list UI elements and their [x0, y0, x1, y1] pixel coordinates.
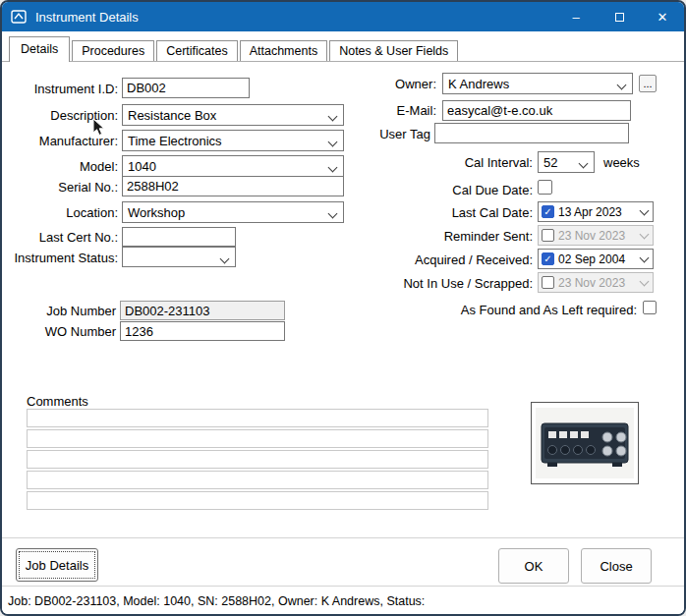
manufacturer-value: Time Electronics: [128, 134, 222, 148]
tab-notes-user-fields[interactable]: Notes & User Fields: [329, 40, 458, 61]
not-in-use-checkbox[interactable]: [542, 276, 554, 289]
job-number-input: [120, 301, 285, 320]
tab-details[interactable]: Details: [9, 36, 70, 62]
serial-no-label: Serial No.:: [10, 180, 118, 195]
model-value: 1040: [128, 159, 156, 174]
location-value: Workshop: [128, 205, 185, 220]
not-in-use-picker[interactable]: 23 Nov 2023: [538, 272, 654, 293]
status-bar: Job: DB002-231103, Model: 1040, SN: 2588…: [2, 588, 684, 614]
cal-due-date-checkbox[interactable]: [538, 180, 552, 195]
location-label: Location:: [10, 205, 118, 220]
chevron-down-icon: [617, 81, 627, 90]
tab-bar: Details Procedures Certificates Attachme…: [2, 34, 684, 62]
close-icon: ✕: [657, 10, 668, 25]
divider: [2, 537, 684, 538]
comment-line[interactable]: [27, 471, 488, 489]
last-cert-no-input[interactable]: [122, 227, 236, 247]
as-found-label: As Found and As Left required:: [395, 303, 637, 317]
close-button[interactable]: ✕: [641, 2, 684, 31]
description-combo[interactable]: Resistance Box: [122, 104, 344, 126]
minimize-icon: –: [572, 10, 579, 25]
chevron-down-icon: [579, 159, 589, 169]
comment-line[interactable]: [27, 409, 488, 427]
reminder-sent-picker[interactable]: 23 Nov 2023: [538, 225, 654, 246]
job-number-label: Job Number: [10, 304, 116, 318]
window-controls: – ✕: [554, 2, 684, 31]
maximize-icon: [615, 13, 624, 22]
instrument-photo: [531, 402, 639, 484]
instrument-status-label: Instrument Status:: [10, 251, 118, 265]
ok-button[interactable]: OK: [498, 548, 569, 584]
comments-label: Comments: [27, 394, 88, 409]
serial-no-input[interactable]: [122, 176, 344, 196]
acquired-received-value: 02 Sep 2004: [558, 252, 637, 266]
model-label: Model:: [10, 159, 118, 174]
titlebar[interactable]: Instrument Details – ✕: [2, 2, 684, 31]
instrument-id-input[interactable]: [122, 78, 250, 98]
location-combo[interactable]: Workshop: [122, 201, 344, 223]
user-tag-label: User Tag: [324, 127, 430, 141]
reminder-sent-checkbox[interactable]: [542, 229, 554, 242]
user-tag-input[interactable]: [434, 123, 629, 143]
chevron-down-icon: [640, 277, 650, 287]
chevron-down-icon: [640, 206, 650, 216]
acquired-received-label: Acquired / Received:: [385, 252, 533, 267]
tab-certificates[interactable]: Certificates: [156, 40, 238, 61]
reminder-sent-label: Reminder Sent:: [385, 229, 533, 244]
model-combo[interactable]: 1040: [122, 155, 344, 177]
divider: [2, 586, 684, 587]
comment-line[interactable]: [27, 450, 488, 469]
chevron-down-icon: [640, 230, 650, 240]
chevron-down-icon: [640, 253, 650, 263]
instrument-id-label: Instrument I.D:: [10, 82, 118, 96]
description-value: Resistance Box: [128, 108, 216, 123]
status-text: Job: DB002-231103, Model: 1040, SN: 2588…: [8, 594, 425, 608]
last-cal-date-picker[interactable]: ✓ 13 Apr 2023: [538, 201, 654, 222]
chevron-down-icon: [328, 209, 338, 219]
tab-attachments[interactable]: Attachments: [240, 40, 327, 61]
owner-browse-button[interactable]: ...: [639, 75, 657, 92]
cal-interval-combo[interactable]: 52: [538, 151, 595, 173]
owner-combo[interactable]: K Andrews: [442, 73, 633, 94]
last-cal-date-value: 13 Apr 2023: [558, 205, 637, 219]
cal-interval-label: Cal Interval:: [385, 155, 533, 170]
chevron-down-icon: [220, 254, 230, 264]
resistance-box-image: [536, 408, 634, 478]
window-title: Instrument Details: [35, 10, 139, 25]
job-details-button[interactable]: Job Details: [16, 548, 98, 582]
manufacturer-label: Manufacturer:: [10, 134, 118, 148]
chevron-down-icon: [328, 163, 338, 173]
not-in-use-label: Not In Use / Scrapped:: [385, 276, 533, 291]
last-cal-date-label: Last Cal Date:: [385, 205, 533, 220]
cal-interval-value: 52: [543, 155, 557, 170]
comment-line[interactable]: [27, 491, 488, 510]
owner-value: K Andrews: [448, 77, 509, 91]
app-icon: [10, 8, 28, 26]
email-label: E-Mail:: [326, 103, 436, 118]
not-in-use-value: 23 Nov 2023: [558, 276, 637, 290]
last-cert-no-label: Last Cert No.:: [10, 230, 118, 245]
as-found-checkbox[interactable]: [643, 301, 657, 314]
description-label: Description:: [10, 108, 118, 123]
instrument-status-combo[interactable]: [122, 247, 236, 267]
manufacturer-combo[interactable]: Time Electronics: [122, 130, 344, 151]
last-cal-date-checkbox[interactable]: ✓: [542, 205, 554, 218]
close-dialog-button[interactable]: Close: [581, 548, 652, 584]
wo-number-input[interactable]: [120, 321, 285, 341]
reminder-sent-value: 23 Nov 2023: [558, 229, 637, 243]
minimize-button[interactable]: –: [554, 2, 598, 31]
comment-line[interactable]: [27, 429, 488, 448]
cal-due-date-label: Cal Due Date:: [385, 183, 533, 197]
tab-procedures[interactable]: Procedures: [72, 40, 154, 61]
cal-interval-units: weeks: [603, 155, 640, 170]
email-input[interactable]: [442, 100, 631, 121]
maximize-button[interactable]: [598, 2, 641, 31]
acquired-received-checkbox[interactable]: ✓: [542, 252, 554, 265]
check-icon: ✓: [543, 254, 551, 264]
owner-label: Owner:: [326, 77, 436, 91]
check-icon: ✓: [543, 207, 551, 217]
acquired-received-picker[interactable]: ✓ 02 Sep 2004: [538, 249, 654, 269]
wo-number-label: WO Number: [10, 324, 116, 339]
instrument-details-window: Instrument Details – ✕ Details Procedure…: [0, 0, 686, 616]
